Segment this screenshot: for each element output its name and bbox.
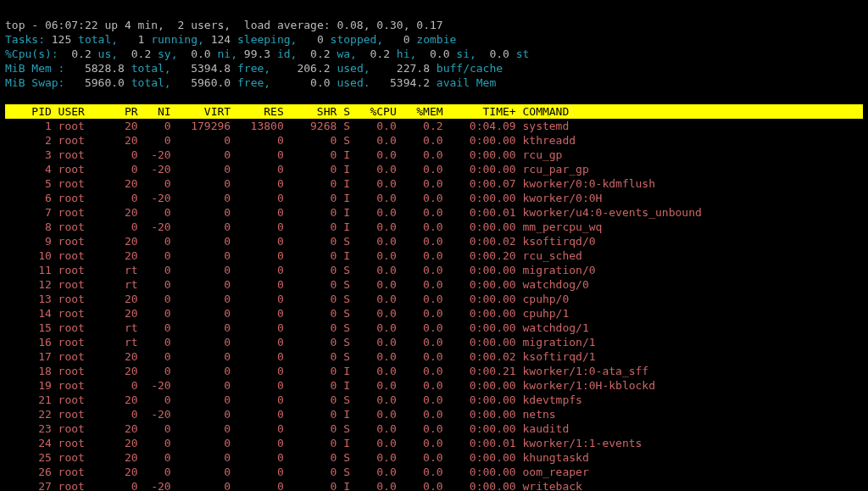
process-row[interactable]: 7 root 20 0 0 0 0 I 0.0 0.0 0:00.01 kwor… (5, 205, 863, 220)
process-row[interactable]: 18 root 20 0 0 0 0 I 0.0 0.0 0:00.21 kwo… (5, 364, 863, 378)
process-row[interactable]: 4 root 0 -20 0 0 0 I 0.0 0.0 0:00.00 rcu… (5, 162, 863, 176)
process-row[interactable]: 15 root rt 0 0 0 0 S 0.0 0.0 0:00.00 wat… (5, 321, 863, 335)
top-summary: top - 06:07:22 up 4 min, 2 users, load a… (5, 3, 863, 90)
process-row[interactable]: 13 root 20 0 0 0 0 S 0.0 0.0 0:00.00 cpu… (5, 292, 863, 306)
process-row[interactable]: 27 root 0 -20 0 0 0 I 0.0 0.0 0:00.00 wr… (5, 479, 863, 491)
process-row[interactable]: 24 root 20 0 0 0 0 I 0.0 0.0 0:00.01 kwo… (5, 436, 863, 450)
process-row[interactable]: 17 root 20 0 0 0 0 S 0.0 0.0 0:00.02 kso… (5, 349, 863, 364)
uptime-line: top - 06:07:22 up 4 min, 2 users, load a… (5, 19, 443, 31)
process-row[interactable]: 25 root 20 0 0 0 0 S 0.0 0.0 0:00.00 khu… (5, 450, 863, 465)
process-row[interactable]: 19 root 0 -20 0 0 0 I 0.0 0.0 0:00.00 kw… (5, 378, 863, 393)
process-row[interactable]: 8 root 0 -20 0 0 0 I 0.0 0.0 0:00.00 mm_… (5, 220, 863, 234)
tasks-line: Tasks: 125 total, 1 running, 124 sleepin… (5, 33, 456, 46)
process-row[interactable]: 2 root 20 0 0 0 0 S 0.0 0.0 0:00.00 kthr… (5, 133, 863, 148)
process-row[interactable]: 26 root 20 0 0 0 0 S 0.0 0.0 0:00.00 oom… (5, 465, 863, 479)
cpu-line: %Cpu(s): 0.2 us, 0.2 sy, 0.0 ni, 99.3 id… (5, 47, 529, 60)
process-row[interactable]: 14 root 20 0 0 0 0 S 0.0 0.0 0:00.00 cpu… (5, 306, 863, 321)
process-row[interactable]: 9 root 20 0 0 0 0 S 0.0 0.0 0:00.02 ksof… (5, 234, 863, 248)
process-table-header[interactable]: PID USER PR NI VIRT RES SHR S %CPU %MEM … (5, 104, 863, 119)
swap-line: MiB Swap: 5960.0 total, 5960.0 free, 0.0… (5, 76, 496, 89)
process-row[interactable]: 16 root rt 0 0 0 0 S 0.0 0.0 0:00.00 mig… (5, 335, 863, 349)
process-row[interactable]: 6 root 0 -20 0 0 0 I 0.0 0.0 0:00.00 kwo… (5, 191, 863, 205)
process-row[interactable]: 5 root 20 0 0 0 0 I 0.0 0.0 0:00.07 kwor… (5, 176, 863, 191)
process-row[interactable]: 11 root rt 0 0 0 0 S 0.0 0.0 0:00.00 mig… (5, 263, 863, 277)
process-table-body: 1 root 20 0 179296 13800 9268 S 0.0 0.2 … (5, 119, 863, 491)
mem-line: MiB Mem : 5828.8 total, 5394.8 free, 206… (5, 62, 503, 75)
process-row[interactable]: 22 root 0 -20 0 0 0 I 0.0 0.0 0:00.00 ne… (5, 407, 863, 421)
process-row[interactable]: 21 root 20 0 0 0 0 S 0.0 0.0 0:00.00 kde… (5, 393, 863, 407)
process-row[interactable]: 10 root 20 0 0 0 0 I 0.0 0.0 0:00.20 rcu… (5, 248, 863, 263)
process-row[interactable]: 3 root 0 -20 0 0 0 I 0.0 0.0 0:00.00 rcu… (5, 148, 863, 162)
process-row[interactable]: 1 root 20 0 179296 13800 9268 S 0.0 0.2 … (5, 119, 863, 133)
process-row[interactable]: 12 root rt 0 0 0 0 S 0.0 0.0 0:00.00 wat… (5, 277, 863, 292)
process-row[interactable]: 23 root 20 0 0 0 0 S 0.0 0.0 0:00.00 kau… (5, 421, 863, 436)
